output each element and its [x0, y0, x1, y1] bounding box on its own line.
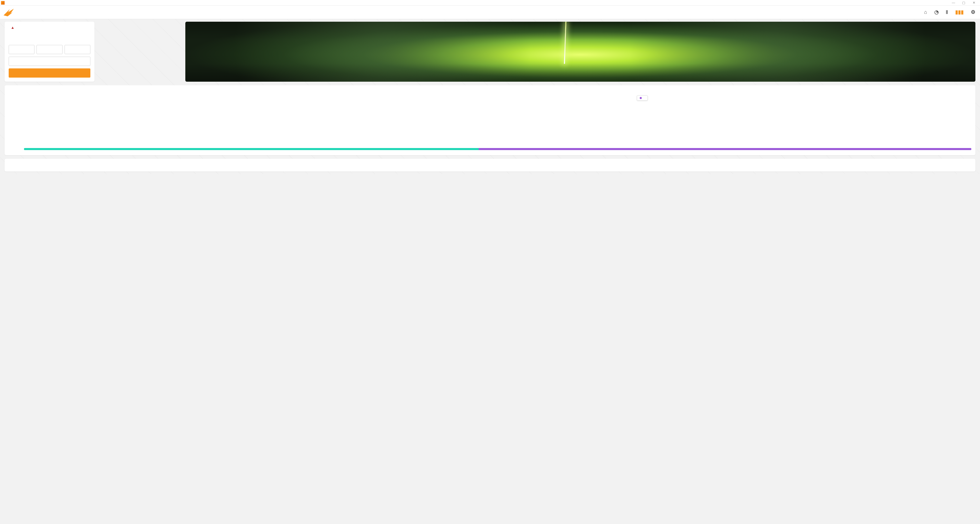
nav-stress[interactable]: ⫴ [946, 10, 948, 15]
chart-tooltip [637, 95, 648, 100]
nav-home[interactable]: ⌂ [924, 10, 927, 15]
export-xml-button[interactable] [65, 45, 91, 54]
monitoring-chart[interactable] [16, 91, 971, 144]
legend-bar-temp [24, 148, 479, 150]
window-titlebar: — ▢ ✕ [0, 0, 980, 6]
stats-icon: ▮▮▮ [955, 10, 964, 14]
app-icon [1, 1, 5, 5]
main-nav: ⌂ ◔ ⫴ ▮▮▮ ⚙ [924, 10, 975, 15]
maximize-button[interactable]: ▢ [959, 1, 969, 5]
results-top-row: ▲ [5, 22, 975, 82]
nav-tests[interactable]: ◔ [934, 10, 939, 15]
profile-buttons-row1 [9, 45, 91, 54]
nav-results[interactable]: ▮▮▮ [955, 10, 964, 15]
home-icon: ⌂ [924, 10, 927, 14]
nav-options[interactable]: ⚙ [971, 10, 975, 15]
hero-image [185, 22, 975, 82]
load-button[interactable] [9, 45, 35, 54]
approve-button[interactable] [9, 57, 91, 66]
brand-logo-icon [3, 8, 14, 17]
content-area: ▲ [0, 19, 980, 174]
run-again-button[interactable] [9, 68, 91, 78]
warning-icon: ▲ [11, 25, 14, 30]
profile-actions-card: ▲ [5, 22, 94, 82]
gear-icon: ⚙ [971, 10, 975, 14]
scores-grid [98, 22, 182, 82]
legend-bars [24, 148, 971, 150]
gauge-icon: ◔ [934, 10, 939, 14]
system-info-card [5, 159, 975, 171]
tooltip-dot-icon [640, 97, 642, 99]
profile-title: ▲ [9, 25, 91, 30]
close-button[interactable]: ✕ [969, 1, 979, 5]
app-header: ⌂ ◔ ⫴ ▮▮▮ ⚙ [0, 6, 980, 19]
brand-logo [3, 8, 16, 17]
save-button[interactable] [37, 45, 62, 54]
minimize-button[interactable]: — [948, 1, 959, 5]
bars-icon: ⫴ [946, 10, 948, 14]
legend-bar-freq [479, 148, 971, 150]
monitoring-card [5, 85, 975, 155]
